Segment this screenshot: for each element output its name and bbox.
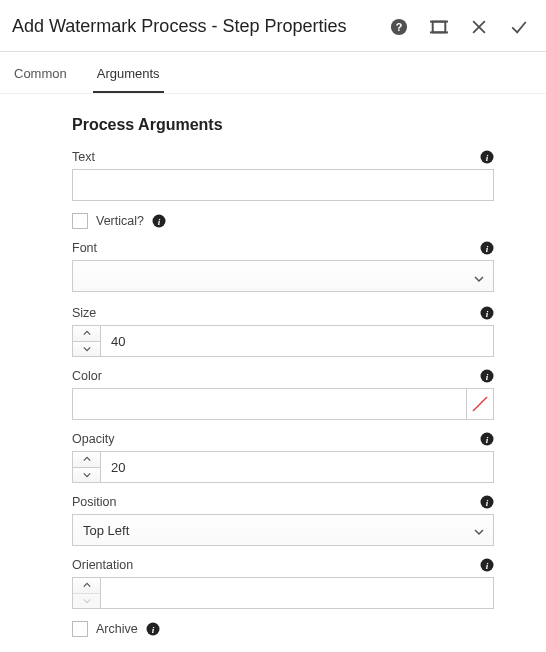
info-icon[interactable]: i [480,432,494,446]
help-icon[interactable]: ? [390,18,408,36]
stepper-up-button[interactable] [73,578,100,593]
dialog-title: Add Watermark Process - Step Properties [12,16,390,37]
field-archive: Archive i [72,621,494,637]
confirm-icon[interactable] [510,18,528,36]
field-opacity: Opacity i [72,432,494,483]
stepper-down-button [73,593,100,609]
dialog: Add Watermark Process - Step Properties … [0,0,546,652]
opacity-input[interactable] [101,452,493,482]
text-input[interactable] [72,169,494,201]
header-icons: ? [390,18,534,36]
tabs: Common Arguments [0,52,546,94]
position-label: Position [72,495,116,509]
stepper-up-button[interactable] [73,326,100,341]
font-select[interactable] [72,260,494,292]
close-icon[interactable] [470,18,488,36]
info-icon[interactable]: i [480,150,494,164]
field-vertical: Vertical? i [72,213,494,229]
svg-text:?: ? [396,20,403,32]
field-orientation: Orientation i [72,558,494,609]
field-position: Position i Top Left [72,495,494,546]
field-size: Size i [72,306,494,357]
svg-rect-2 [433,21,446,32]
info-icon[interactable]: i [480,306,494,320]
info-icon[interactable]: i [152,214,166,228]
tab-common[interactable]: Common [10,66,71,93]
content: Process Arguments Text i Vertical? i Fon… [0,94,546,652]
opacity-label: Opacity [72,432,114,446]
field-font: Font i [72,241,494,294]
section-title: Process Arguments [72,116,494,134]
color-input[interactable] [72,388,466,420]
field-text: Text i [72,150,494,201]
color-label: Color [72,369,102,383]
tab-arguments[interactable]: Arguments [93,66,164,93]
fullscreen-icon[interactable] [430,18,448,36]
orientation-stepper [72,577,494,609]
info-icon[interactable]: i [480,495,494,509]
stepper-down-button[interactable] [73,341,100,357]
info-icon[interactable]: i [146,622,160,636]
stepper-down-button[interactable] [73,467,100,483]
archive-checkbox[interactable] [72,621,88,637]
vertical-label: Vertical? [96,214,144,228]
size-label: Size [72,306,96,320]
stepper-up-button[interactable] [73,452,100,467]
size-input[interactable] [101,326,493,356]
position-select[interactable]: Top Left [72,514,494,546]
field-color: Color i [72,369,494,420]
size-stepper [72,325,494,357]
color-picker-button[interactable] [466,388,494,420]
orientation-label: Orientation [72,558,133,572]
font-label: Font [72,241,97,255]
dialog-header: Add Watermark Process - Step Properties … [0,0,546,51]
svg-line-17 [473,397,487,411]
text-label: Text [72,150,95,164]
opacity-stepper [72,451,494,483]
orientation-input[interactable] [101,578,493,608]
vertical-checkbox[interactable] [72,213,88,229]
archive-label: Archive [96,622,138,636]
info-icon[interactable]: i [480,369,494,383]
info-icon[interactable]: i [480,558,494,572]
info-icon[interactable]: i [480,241,494,255]
